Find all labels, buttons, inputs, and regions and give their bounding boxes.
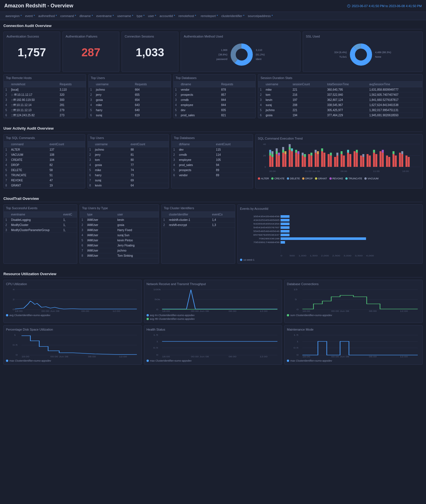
- col-requests: Requests: [220, 82, 256, 87]
- table-row: 4gosia77: [88, 163, 169, 168]
- svg-rect-29: [284, 154, 286, 167]
- svg-rect-117: [281, 237, 366, 240]
- table-row: 1IAMUserkevin: [80, 217, 159, 223]
- col-username: username: [93, 142, 129, 147]
- table-row: 8GRANT19: [4, 183, 85, 188]
- cloudtrail-section: CloudTrail Overview Top Successful Event…: [0, 193, 426, 268]
- cpu-svg: 4 2 0 18:00 00:00 Jun 08 06:00 12:00: [6, 287, 139, 312]
- filter-clusteridentifier[interactable]: clusteridentifier *: [220, 14, 245, 18]
- svg-text:06:00: 06:00: [369, 310, 377, 312]
- filter-eventname[interactable]: eventname *: [95, 14, 115, 18]
- health-status-chart: Health Status 1.5 1 0.5 0 18:00 00:00 Ju…: [144, 325, 282, 365]
- top-successful-events-title: Top Successful Events: [4, 205, 77, 212]
- filter-remoteport[interactable]: remoteport *: [200, 14, 219, 18]
- col-type: type: [85, 212, 116, 217]
- network-legend-b-dot: [147, 318, 149, 320]
- table-row: 7REVOKE47: [4, 178, 85, 183]
- table-row: 3IAMUserHarry Fixed: [80, 228, 159, 233]
- svg-rect-34: [291, 151, 293, 167]
- filter-user[interactable]: user *: [147, 14, 157, 18]
- auth-failures-card: Authentication Failures 287: [62, 32, 119, 72]
- filter-sourceipaddress[interactable]: sourceipaddress *: [247, 14, 274, 18]
- svg-rect-80: [386, 155, 388, 167]
- resource-utilization-section: Resource Utilization Overview CPU Utiliz…: [0, 268, 426, 369]
- table-row: 4prod_sales94: [172, 163, 253, 168]
- col-eventcount: eventCount: [129, 142, 169, 147]
- col-eventcount: eventC: [62, 212, 77, 217]
- table-row: 4:::fff:10.11.12.14281: [4, 103, 86, 108]
- connection-tables-row: Top Remote Hosts remotehost Requests 1[l…: [3, 74, 423, 118]
- filter-authmethod[interactable]: authmethod *: [37, 14, 58, 18]
- col-totalsessiontime: totalSessionTime: [325, 82, 367, 87]
- connection-audit-section: Connection Audit Overview Authentication…: [0, 20, 426, 123]
- legend-drop: DROP: [302, 177, 313, 180]
- session-duration-table: Session Duration Stats username sessionC…: [258, 74, 423, 118]
- metric-cards-row: Authentication Success 1,757 Authenticat…: [3, 32, 423, 72]
- svg-text:657687845536347: 657687845536347: [253, 234, 279, 236]
- legend-alter: ALTER: [258, 177, 269, 180]
- health-status-legend: max ClusterIdentifier=sumo-appsdev: [147, 359, 280, 362]
- svg-text:0: 0: [12, 308, 14, 310]
- svg-text:12:00: 12:00: [112, 310, 120, 312]
- cloudtrail-title: CloudTrail Overview: [3, 195, 423, 202]
- svg-rect-53: [323, 153, 325, 167]
- svg-rect-45: [310, 155, 312, 167]
- db-connections-legend-dot: [287, 314, 289, 316]
- col-user: user: [116, 212, 159, 217]
- table-row: 3crmdb844: [174, 98, 256, 103]
- col-eventcount: eventCount: [214, 142, 253, 147]
- svg-text:20: 20: [263, 154, 266, 157]
- filter-accountid[interactable]: accountid *: [158, 14, 176, 18]
- top-successful-events-table: Top Successful Events eventname eventC 1…: [3, 204, 77, 264]
- svg-text:1.5: 1.5: [153, 334, 158, 336]
- ssl-donut: [350, 43, 372, 66]
- svg-rect-67: [356, 153, 358, 167]
- svg-rect-40: [302, 155, 304, 167]
- svg-rect-89: [408, 157, 410, 167]
- svg-rect-111: [281, 226, 290, 229]
- col-num: [4, 142, 9, 147]
- svg-rect-59: [336, 153, 338, 155]
- svg-rect-84: [395, 155, 397, 167]
- svg-text:1: 1: [156, 340, 158, 343]
- svg-rect-86: [401, 154, 403, 167]
- filter-username[interactable]: username *: [116, 14, 134, 18]
- sql-legend: ALTER CREATE DELETE DROP GRANT REVOKE TR…: [258, 176, 420, 181]
- filter-command[interactable]: command *: [59, 14, 77, 18]
- filter-awsregion[interactable]: awsregion *: [4, 14, 23, 18]
- health-status-legend-label: max ClusterIdentifier=sumo-appsdev: [150, 359, 192, 362]
- user-activity-title: User Activity Audit Overview: [3, 125, 423, 132]
- maintenance-mode-legend-dot: [287, 360, 289, 362]
- table-row: 5jschmo221305,425,9771,382,017.995475113…: [258, 108, 422, 113]
- top-users-conn-table: Top Users username Requests 1jschmo664 2…: [88, 74, 171, 118]
- user-activity-section: User Activity Audit Overview Top SQL Com…: [0, 123, 426, 193]
- auth-failures-value: 287: [66, 40, 116, 65]
- legend-truncate: TRUNCATE: [345, 177, 362, 180]
- svg-rect-49: [317, 154, 319, 167]
- filter-dbname[interactable]: dbname *: [78, 14, 94, 18]
- filter-remotehost[interactable]: remotehost *: [177, 14, 197, 18]
- svg-rect-41: [302, 153, 304, 155]
- filter-type[interactable]: type *: [135, 14, 146, 18]
- table-row: 8IAMUserTom Sinking: [80, 253, 159, 258]
- cloudtrail-row: Top Successful Events eventname eventC 1…: [3, 204, 423, 264]
- svg-text:16:00: 16:00: [402, 170, 409, 173]
- auth-method-legend-ident: 3,110(61.2%)Ident: [256, 48, 265, 62]
- maintenance-mode-legend-label: max ClusterIdentifier=sumo-appsdev: [290, 359, 332, 362]
- db-conn-svg: 15 5 0 18:00 00:00 Jun 08 06:00 12:00: [287, 287, 420, 312]
- col-eventcount: eventCo: [210, 212, 235, 217]
- filter-event[interactable]: event *: [24, 14, 36, 18]
- cpu-title: CPU Utilization: [6, 282, 139, 286]
- table-row: 2ModifyCluster1,: [4, 223, 77, 228]
- svg-rect-32: [289, 147, 291, 150]
- svg-rect-19: [272, 154, 273, 157]
- sql-trend-title: SQL Command Execution Trend: [258, 137, 420, 140]
- svg-text:18:00: 18:00: [15, 310, 22, 312]
- svg-rect-31: [289, 150, 291, 167]
- sql-trend-chart: SQL Command Execution Trend 40 20 0: [255, 134, 423, 188]
- svg-text:00:00 Jun 08: 00:00 Jun 08: [41, 310, 59, 312]
- svg-text:06:00: 06:00: [88, 356, 96, 358]
- table-row: 1dev115: [172, 147, 253, 152]
- svg-text:3,000: 3,000: [344, 255, 352, 257]
- svg-rect-16: [269, 153, 271, 155]
